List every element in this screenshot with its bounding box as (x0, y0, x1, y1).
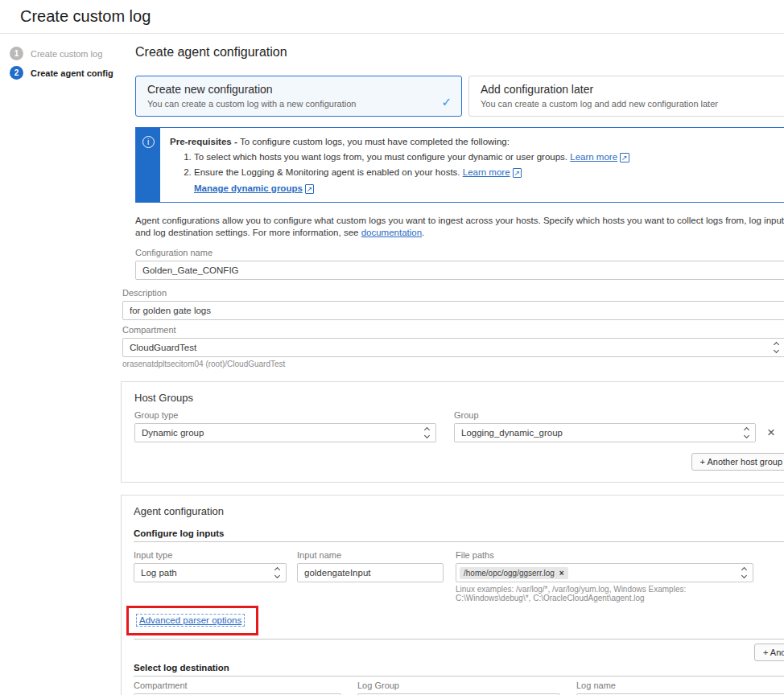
log-name-field: Log name Goldengate_log (576, 681, 784, 695)
description-input[interactable] (122, 301, 784, 320)
external-link-icon (513, 167, 522, 179)
file-paths-field: File paths /home/opc/ogg/ggserr.log Linu… (456, 550, 753, 602)
configuration-name-input[interactable] (135, 261, 784, 280)
step-2-label: Create agent config (31, 68, 113, 78)
prerequisite-item: To select which hosts you want logs from… (194, 150, 629, 164)
annotation-red-box: Advanced parser options (126, 606, 258, 635)
agent-configuration-heading: Agent configuration (134, 505, 784, 517)
compartment-select[interactable]: CloudGuardTest (122, 338, 784, 357)
input-type-value: Log path (141, 568, 279, 578)
group-type-label: Group type (134, 410, 436, 420)
another-log-input-button[interactable]: + Another log input (754, 644, 784, 661)
destination-compartment-label: Compartment (134, 681, 341, 690)
log-input-actions: + Another log input (134, 644, 784, 661)
description-field: Description (122, 288, 784, 320)
step-1-label: Create custom log (31, 49, 102, 59)
external-link-icon (305, 183, 315, 195)
divider (134, 639, 784, 639)
input-type-label: Input type (134, 550, 287, 560)
page-header: Create custom log (0, 0, 784, 34)
compartment-field: Compartment CloudGuardTest orasenatdplts… (122, 325, 784, 368)
main-panel: Create agent configuration Create new co… (121, 34, 784, 695)
compartment-label: Compartment (122, 325, 784, 335)
step-create-custom-log[interactable]: 1 Create custom log (10, 47, 121, 60)
select-stepper-icon (275, 568, 279, 578)
host-group-actions: + Another host group (134, 453, 784, 471)
input-type-field: Input type Log path (134, 550, 287, 602)
learn-more-link[interactable]: Learn more (570, 152, 617, 162)
compartment-helper-text: orasenatdpltsecitom04 (root)/CloudGuardT… (122, 360, 784, 368)
file-path-chip: /home/opc/ogg/ggserr.log (460, 567, 568, 579)
select-stepper-icon (742, 568, 746, 578)
description-label: Description (122, 288, 784, 298)
compartment-value: CloudGuardTest (130, 343, 778, 352)
learn-more-link[interactable]: Learn more (463, 167, 510, 177)
input-name-input[interactable] (297, 563, 444, 582)
input-name-label: Input name (297, 550, 444, 560)
info-icon (142, 136, 155, 148)
group-label: Group (454, 410, 756, 420)
step-create-agent-config[interactable]: 2 Create agent config (10, 66, 121, 80)
banner-headline: Pre-requisites - To configure custom log… (170, 135, 629, 148)
file-paths-helper-text: Linux examples: /var/log/*, /var/log/yum… (456, 585, 753, 602)
select-stepper-icon (745, 428, 749, 438)
banner-intro: To configure custom logs, you must have … (240, 137, 510, 146)
description-text: Agent configurations allow you to config… (135, 216, 784, 237)
divider (134, 541, 784, 542)
host-groups-section: Host Groups Group type Dynamic group Gro… (121, 381, 784, 483)
card-title: Add configuration later (481, 83, 784, 96)
prerequisites-info-banner: Pre-requisites - To configure custom log… (135, 127, 784, 203)
description-suffix: . (422, 228, 424, 237)
configuration-name-label: Configuration name (135, 248, 784, 257)
file-paths-input[interactable]: /home/opc/ogg/ggserr.log (456, 563, 753, 582)
destination-compartment-field: Compartment CloudGuardTest orasenatdplts… (134, 681, 341, 695)
group-field: Group Logging_dynamic_group (454, 410, 756, 442)
file-paths-label: File paths (456, 550, 753, 560)
configuration-option-cards: Create new configuration You can create … (135, 76, 784, 117)
documentation-link[interactable]: documentation (361, 228, 422, 237)
card-title: Create new configuration (147, 83, 450, 96)
file-path-chip-text: /home/opc/ogg/ggserr.log (464, 569, 555, 578)
configuration-name-field: Configuration name (135, 248, 784, 280)
step-2-circle: 2 (10, 66, 23, 80)
manage-dynamic-groups-link[interactable]: Manage dynamic groups (194, 183, 303, 193)
log-input-row: Input type Log path Input name File path… (134, 550, 784, 602)
group-type-field: Group type Dynamic group (134, 410, 436, 442)
banner-title: Pre-requisites - (170, 137, 240, 146)
create-custom-log-page: Create custom log 1 Create custom log 2 … (0, 0, 784, 695)
select-stepper-icon (774, 343, 778, 352)
page-title: Create custom log (20, 7, 151, 26)
group-type-select[interactable]: Dynamic group (134, 423, 436, 442)
log-group-label: Log Group (357, 681, 560, 690)
configure-log-inputs-heading: Configure log inputs (134, 528, 784, 538)
external-link-icon (620, 151, 629, 164)
remove-file-path-icon[interactable] (559, 569, 564, 578)
group-select[interactable]: Logging_dynamic_group (454, 423, 756, 442)
log-destination-row: Compartment CloudGuardTest orasenatdplts… (134, 681, 784, 695)
card-add-configuration-later[interactable]: Add configuration later You can create a… (468, 76, 784, 117)
card-subtitle: You can create a custom log with a new c… (147, 99, 450, 109)
input-type-select[interactable]: Log path (134, 563, 287, 582)
section-heading: Create agent configuration (135, 45, 784, 60)
remove-host-group-icon[interactable] (767, 426, 775, 439)
selected-check-icon (441, 95, 452, 109)
banner-stripe (136, 128, 160, 202)
manage-dynamic-groups-row: Manage dynamic groups (194, 182, 629, 195)
host-group-row: Group type Dynamic group Group Logging_d… (134, 410, 784, 442)
agent-configuration-description: Agent configurations allow you to config… (135, 215, 784, 239)
log-group-field: Log Group OGG_log_group (357, 681, 560, 695)
select-stepper-icon (425, 428, 429, 438)
prerequisite-item: Ensure the Logging & Monitoring agent is… (194, 166, 629, 179)
step-1-circle: 1 (10, 47, 23, 60)
another-host-group-button[interactable]: + Another host group (691, 453, 784, 471)
prerequisite-list: To select which hosts you want logs from… (170, 150, 629, 179)
card-create-new-configuration[interactable]: Create new configuration You can create … (135, 76, 462, 117)
group-type-value: Dynamic group (142, 428, 429, 438)
input-name-field: Input name (297, 550, 444, 602)
advanced-parser-options-link[interactable]: Advanced parser options (136, 614, 245, 627)
log-name-label: Log name (576, 681, 784, 690)
prerequisite-text: Ensure the Logging & Monitoring agent is… (194, 167, 463, 177)
divider (134, 676, 784, 676)
wizard-steps-sidebar: 1 Create custom log 2 Create agent confi… (0, 34, 121, 695)
card-subtitle: You can create a custom log and add new … (481, 99, 784, 109)
